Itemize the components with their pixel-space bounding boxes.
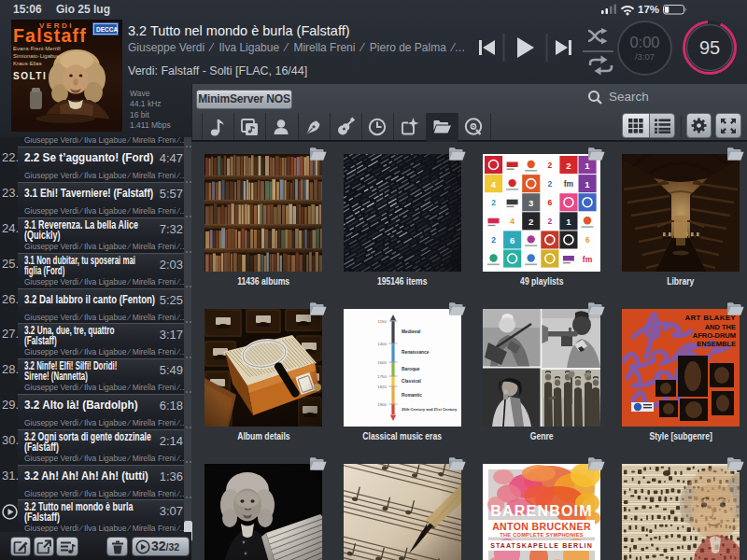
svg-text:2: 2	[547, 217, 552, 226]
svg-text:2: 2	[491, 198, 496, 207]
svg-text:4: 4	[491, 179, 497, 189]
svg-text:17%: 17%	[638, 4, 659, 15]
svg-text:2: 2	[529, 217, 533, 227]
svg-text:ANTON BRUCKNER: ANTON BRUCKNER	[492, 521, 591, 532]
svg-text:Simionato·Ligabue: Simionato·Ligabue	[13, 53, 61, 59]
svg-text:Renaissance: Renaissance	[402, 350, 430, 355]
svg-text:20th Century and 21st Century: 20th Century and 21st Century	[402, 407, 458, 412]
svg-text:1750: 1750	[377, 374, 387, 379]
svg-text:2: 2	[547, 179, 552, 189]
svg-text:ENSEMBLE: ENSEMBLE	[697, 340, 736, 348]
svg-text:1150: 1150	[378, 319, 388, 324]
svg-text:Falstaff: Falstaff	[13, 25, 87, 46]
svg-text:4: 4	[510, 217, 514, 226]
svg-text:1: 1	[585, 161, 590, 171]
svg-text:Medieval: Medieval	[402, 329, 420, 334]
svg-text:Evans·Freni·Merrill: Evans·Freni·Merrill	[13, 46, 61, 51]
svg-text:6: 6	[547, 198, 552, 207]
svg-text:AFRO-DRUM: AFRO-DRUM	[693, 331, 736, 340]
svg-text:fm: fm	[583, 255, 593, 264]
svg-text:2: 2	[491, 235, 496, 245]
svg-text:1900: 1900	[377, 402, 387, 407]
svg-text:DECCA: DECCA	[96, 26, 118, 33]
svg-text:Classical: Classical	[402, 379, 421, 384]
svg-text:SOLTI: SOLTI	[13, 71, 47, 81]
svg-text:3: 3	[529, 198, 533, 208]
svg-text:STAATSKAPELLE BERLIN: STAATSKAPELLE BERLIN	[490, 542, 593, 549]
svg-text:1: 1	[566, 217, 571, 227]
svg-text:1: 1	[585, 179, 590, 189]
svg-text:1820: 1820	[377, 385, 387, 389]
svg-text:fm: fm	[564, 179, 574, 189]
svg-text:Kraus·Elias: Kraus·Elias	[13, 61, 42, 66]
svg-text:Romantic: Romantic	[402, 393, 422, 398]
svg-text:Baroque: Baroque	[402, 367, 420, 371]
svg-text:2: 2	[566, 161, 571, 171]
svg-text:THE COMPLETE SYMPHONIES: THE COMPLETE SYMPHONIES	[500, 532, 584, 538]
svg-text:6: 6	[585, 235, 590, 245]
svg-text:BARENBOIM: BARENBOIM	[490, 503, 592, 519]
svg-text:1400: 1400	[377, 342, 387, 346]
svg-text:2: 2	[547, 161, 552, 170]
svg-text:1600: 1600	[377, 360, 387, 365]
svg-text:6: 6	[510, 235, 514, 245]
svg-text:AND THE: AND THE	[705, 323, 736, 331]
